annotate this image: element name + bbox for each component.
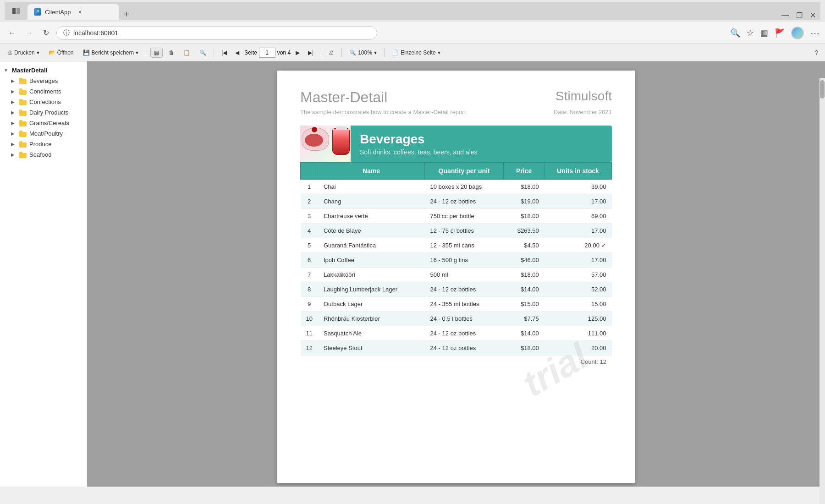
svg-rect-0 [12, 8, 16, 14]
cell-num: 6 [301, 253, 318, 268]
cell-num: 3 [301, 209, 318, 224]
folder-icon-dairy [19, 110, 27, 116]
report-area: Master-Detail Stimulsoft The sample demo… [87, 61, 825, 487]
restore-button[interactable]: ❐ [796, 11, 803, 20]
profile-avatar[interactable] [791, 27, 804, 39]
first-page-button[interactable]: |◀ [218, 48, 230, 57]
single-page-button[interactable]: 📄 Einzelne Seite ▾ [389, 48, 444, 57]
prev-page-button[interactable]: ◀ [232, 48, 242, 57]
cell-qty: 24 - 12 oz bottles [425, 326, 504, 341]
cell-name: Chang [318, 194, 425, 209]
cell-qty: 750 cc per bottle [425, 209, 504, 224]
cell-price: $14.00 [504, 282, 544, 297]
collections-icon[interactable]: ▦ [760, 28, 768, 38]
favorites-star-icon[interactable]: ☆ [747, 28, 754, 38]
zoom-button[interactable]: 🔍 100% ▾ [346, 48, 380, 57]
cell-num: 5 [301, 238, 318, 253]
cell-qty: 16 - 500 g tins [425, 253, 504, 268]
sidebar-item-condiments[interactable]: ▶ Condiments [7, 86, 87, 97]
expand-icon-produce: ▶ [11, 142, 16, 147]
sidebar-label-dairy: Dairy Products [29, 109, 68, 116]
search-icon[interactable]: 🔍 [730, 28, 740, 38]
address-text[interactable]: localhost:60801 [73, 29, 118, 37]
folder-icon-meat [19, 131, 27, 137]
minimize-button[interactable]: — [781, 11, 789, 20]
cell-name: Lakkalikööri [318, 268, 425, 282]
cell-num: 2 [301, 194, 318, 209]
cell-price: $7.75 [504, 312, 544, 326]
sidebar-item-produce[interactable]: ▶ Produce [7, 139, 87, 149]
cell-num: 4 [301, 224, 318, 238]
category-name: Beverages [360, 132, 603, 147]
sidebar-item-seafood[interactable]: ▶ Seafood [7, 149, 87, 160]
col-header-name: Name [318, 163, 425, 180]
sidebar-item-grains[interactable]: ▶ Grains/Cereals [7, 118, 87, 128]
reload-button[interactable]: ↻ [40, 27, 52, 39]
scrollbar-thumb[interactable] [820, 80, 825, 99]
page-number-input[interactable] [259, 48, 275, 58]
page-dropdown-icon: ▾ [438, 49, 440, 56]
sidebar: ▼ MasterDetail ▶ Beverages ▶ Condiments … [0, 61, 87, 487]
cell-qty: 24 - 0.5 l bottles [425, 312, 504, 326]
print-button[interactable]: 🖨 Drucken ▾ [4, 48, 43, 57]
checkmark-icon: ✓ [601, 242, 606, 249]
tab-close-icon[interactable]: × [78, 8, 82, 16]
separator-3 [321, 48, 321, 57]
cell-price: $263.50 [504, 224, 544, 238]
window-controls: — ❐ ✕ [781, 11, 816, 20]
print-preview-button[interactable]: 🖨 [325, 48, 337, 57]
cell-stock: 39.00 [544, 180, 612, 194]
sidebar-item-beverages[interactable]: ▶ Beverages [7, 76, 87, 86]
separator-5 [384, 48, 385, 57]
browser-extras-icon[interactable]: 🚩 [775, 28, 785, 38]
expand-icon-confections: ▶ [11, 99, 16, 104]
cell-stock: 15.00 [544, 297, 612, 312]
close-button[interactable]: ✕ [810, 11, 816, 20]
browser-tab[interactable]: // ClientApp × [28, 4, 119, 20]
info-icon: ⓘ [63, 29, 70, 37]
view-toggle-button[interactable]: ▦ [150, 48, 163, 58]
cell-num: 12 [301, 341, 318, 356]
sidebar-label-grains: Grains/Cereals [29, 120, 69, 126]
delete-button[interactable]: 🗑 [165, 48, 177, 57]
cell-name: Côte de Blaye [318, 224, 425, 238]
table-row: 9 Outback Lager 24 - 355 ml bottles $15.… [301, 297, 612, 312]
cell-name: Outback Lager [318, 297, 425, 312]
data-table: Name Quantity per unit Price Units in st… [300, 162, 612, 356]
cell-num: 9 [301, 297, 318, 312]
cell-price: $18.00 [504, 209, 544, 224]
cell-qty: 12 - 355 ml cans [425, 238, 504, 253]
find-button[interactable]: 🔍 [196, 48, 209, 57]
copy-button[interactable]: 📋 [180, 48, 193, 57]
sidebar-label-seafood: Seafood [29, 151, 51, 158]
cell-name: Steeleye Stout [318, 341, 425, 356]
forward-button[interactable]: → [23, 27, 36, 39]
table-row: 8 Laughing Lumberjack Lager 24 - 12 oz b… [301, 282, 612, 297]
help-button[interactable]: ? [812, 48, 821, 57]
table-row: 11 Sasquatch Ale 24 - 12 oz bottles $14.… [301, 326, 612, 341]
sidebar-toggle[interactable] [9, 4, 23, 20]
sidebar-item-meat[interactable]: ▶ Meat/Poultry [7, 128, 87, 139]
sidebar-item-dairy[interactable]: ▶ Dairy Products [7, 107, 87, 118]
folder-icon-seafood [19, 152, 27, 158]
settings-icon[interactable]: ⋯ [810, 27, 820, 38]
zoom-icon: 🔍 [349, 49, 356, 56]
sidebar-label-confections: Confections [29, 99, 61, 105]
last-page-button[interactable]: ▶| [305, 48, 317, 57]
save-button[interactable]: 💾 Bericht speichern ▾ [80, 48, 142, 57]
back-button[interactable]: ← [6, 27, 18, 39]
cell-num: 10 [301, 312, 318, 326]
folder-icon-condiments [19, 88, 27, 95]
sidebar-root[interactable]: ▼ MasterDetail [0, 65, 87, 76]
cell-price: $15.00 [504, 297, 544, 312]
sidebar-item-confections[interactable]: ▶ Confections [7, 97, 87, 107]
cell-name: Ipoh Coffee [318, 253, 425, 268]
new-tab-button[interactable]: + [119, 9, 134, 20]
count-label: Count: 12 [300, 356, 612, 368]
cell-qty: 10 boxes x 20 bags [425, 180, 504, 194]
cell-stock: 125.00 [544, 312, 612, 326]
root-expand-icon: ▼ [4, 68, 9, 73]
next-page-button[interactable]: ▶ [292, 48, 303, 57]
cell-name: Chai [318, 180, 425, 194]
open-button[interactable]: 📂 Öffnen [45, 48, 77, 57]
